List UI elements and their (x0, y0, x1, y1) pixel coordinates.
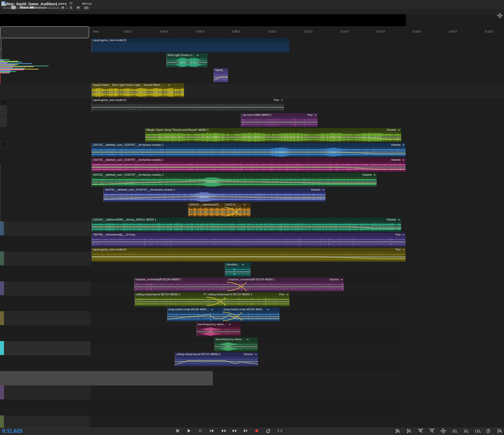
clip-low-frequency-whoo-[interactable]: low-frequency-whoo... (214, 337, 258, 351)
zoom-out-horizontal-icon[interactable] (429, 428, 435, 434)
clip-164742-deleted-user-2104797-int-factory-[interactable]: 164742__deleted_user_2104797__int-factor… (92, 158, 406, 172)
clip-164742-deleted-user-2104797-int-factory-[interactable]: 164742__deleted_user_2104797__int-factor… (103, 188, 326, 202)
clip-620131-[interactable]: 620131__... (225, 203, 250, 217)
fx-button[interactable]: fx (0, 106, 7, 113)
record-icon[interactable] (254, 429, 259, 433)
clip-rolling-metal-barrel-96710-48000-1[interactable]: rolling-metal-barrel-96710 48000 1P (135, 293, 207, 306)
rewind-icon[interactable] (220, 429, 226, 433)
zoom-in-vertical-icon[interactable] (395, 428, 401, 434)
chevron-down-icon[interactable] (402, 249, 405, 251)
clip-squid-game-test-render11[interactable]: squid-game_test-render11Pan (92, 98, 284, 112)
clip-long-metal-creak-86230-4800-[interactable]: long-metal-creak-86230 4800... (223, 307, 280, 321)
clip-low-frequency-whoo-[interactable]: low-frequency-whoo... (197, 322, 240, 336)
track-header-track-1[interactable]: Track 1MSRI (0, 251, 91, 266)
chevron-down-icon[interactable] (196, 55, 199, 56)
route-tool-button[interactable] (0, 113, 7, 120)
clip-automation-label[interactable]: P (204, 293, 206, 296)
play-icon[interactable] (187, 429, 191, 433)
clip-long-metal-creak-86230-4800-[interactable]: long-metal-creak-86230 4800... (167, 307, 223, 321)
skip-selection-icon[interactable] (277, 429, 283, 433)
time-display[interactable]: 0:11.625 (2, 428, 23, 434)
chevron-down-icon[interactable] (373, 174, 376, 176)
time-stretch-button[interactable] (0, 134, 7, 141)
fast-forward-icon[interactable] (232, 429, 238, 433)
clip-785789-victorbernalg-12-loop[interactable]: 785789__victorbernalg__12-loopPan (92, 233, 406, 247)
clip-automation-label[interactable]: Pan (307, 113, 317, 116)
clip-automation-label[interactable]: Pan (279, 293, 289, 296)
viewport-right-handle[interactable] (0, 49, 2, 59)
meters-button[interactable] (0, 120, 7, 127)
track-lane-track-5[interactable] (0, 400, 405, 415)
chevron-down-icon[interactable] (246, 339, 249, 340)
clip-automation-label[interactable]: Pan (396, 233, 405, 236)
zoom-in-horizontal-icon[interactable] (418, 428, 424, 434)
chevron-down-icon[interactable] (243, 204, 246, 206)
zoom-in-left-edge-icon[interactable]: { (452, 428, 458, 434)
zoom-out-full-icon[interactable] (440, 428, 446, 434)
clip-automation-label[interactable]: Volume (311, 188, 325, 191)
track-mute-button[interactable]: M (75, 4, 81, 11)
clip-automation-label[interactable]: Volume (391, 143, 405, 146)
clip-automation-label[interactable]: Volume (386, 218, 400, 221)
track-mute-button[interactable]: M (60, 4, 66, 11)
chevron-down-icon[interactable] (402, 234, 405, 236)
chevron-down-icon[interactable] (266, 309, 269, 310)
marker-pin-button[interactable] (0, 148, 7, 155)
clip-squid-game-red-light-green-light-sound-e[interactable]: Squid Game _ Red Light Green Light _ Sou… (92, 83, 184, 97)
clip-car-horn-6408-48000-1[interactable]: car-horn-6408 48000 1Pan (241, 113, 318, 127)
chevron-down-icon[interactable] (255, 354, 257, 355)
clip-165204-nikiforov5000-sirena-240511-48000[interactable]: 165204__nikiforov5000__sirena_240511 480… (92, 218, 401, 232)
clip-squid-game-test-render11[interactable]: squid-game_test-render11 (92, 38, 289, 52)
zoom-in-right-edge-icon[interactable]: } (463, 428, 469, 434)
clip-squid-[interactable]: Squid_.. (214, 68, 228, 82)
chevron-down-icon[interactable] (281, 99, 283, 101)
clip-reaction-momentaiff-92104-48000-1[interactable]: reaction_momentaiff-92104 48000 1Volume (227, 278, 344, 291)
chevron-down-icon[interactable] (168, 84, 170, 86)
track-header-track-3[interactable]: Track 3MSRI (0, 311, 91, 326)
clip-squid-game-test-render11[interactable]: squid-game_test-render11Pan (92, 248, 406, 262)
clip-mingle-game-song-round-and-round-48000-1[interactable]: Mingle Game Song "Round and Round" 48000… (145, 128, 401, 142)
clip-automation-label[interactable]: Volume (391, 158, 405, 161)
chevron-down-icon[interactable] (286, 294, 289, 295)
clip-620131-robinhood76-[interactable]: 620131__robinhood76_ (188, 203, 225, 217)
clip-automation-label[interactable]: Volume (243, 353, 257, 356)
track-header-track-4[interactable]: Track 4MSRI (0, 341, 91, 356)
clip-rolling-metal-barrel-96710-48000-2[interactable]: rolling-metal-barrel-96710 48000 2Volume (175, 352, 258, 366)
chevron-down-icon[interactable] (242, 264, 244, 266)
clip-164742-deleted-user-2104797-int-factory-[interactable]: 164742__deleted_user_2104797__int-factor… (92, 143, 406, 157)
snap-magnet-button[interactable] (0, 141, 7, 148)
chevron-down-icon[interactable] (398, 129, 400, 131)
track-solo-button[interactable]: S (68, 4, 74, 11)
track-header-track-5[interactable]: Track 5MSRI (0, 385, 91, 400)
loop-playback-icon[interactable] (266, 429, 271, 433)
clip-reaction-momentaiff-92104-48000-1[interactable]: reaction_momentaiff-92104 48000 1 (134, 278, 227, 291)
clip-automation-label[interactable]: Volume (386, 128, 400, 131)
clip-164742-deleted-user-2104797-int-factory-[interactable]: 164742__deleted_user_2104797__int-factor… (92, 173, 377, 187)
overview-viewport-box[interactable] (0, 26, 89, 38)
clip-shocked-[interactable]: shocked... (225, 263, 251, 277)
chevron-down-icon[interactable] (322, 189, 325, 191)
clip-automation-label[interactable]: Volume (362, 173, 376, 176)
viewport-left-handle[interactable] (0, 38, 2, 49)
chevron-down-icon[interactable] (314, 114, 317, 116)
stopwatch-icon[interactable] (486, 428, 491, 434)
chevron-down-icon[interactable] (402, 144, 405, 146)
chevron-down-icon[interactable] (398, 219, 400, 221)
chevron-down-icon[interactable] (211, 309, 213, 310)
chevron-down-icon[interactable] (340, 279, 343, 280)
clip-red-light-green-li-[interactable]: Red Light Green Li... (166, 53, 207, 67)
chevron-down-icon[interactable] (402, 159, 405, 161)
move-tool-button[interactable] (0, 99, 7, 106)
stop-icon[interactable] (175, 429, 180, 433)
zoom-at-playhead-icon[interactable] (497, 428, 502, 434)
metronome-button[interactable] (0, 127, 7, 134)
track-solo-button[interactable]: (S) (82, 4, 90, 11)
track-header-track-2[interactable]: Track 2MSRI (0, 281, 91, 296)
zoom-out-vertical-icon[interactable] (407, 428, 412, 434)
zoom-to-selection-icon[interactable]: {} (474, 428, 481, 434)
clip-automation-label[interactable]: Pan (396, 248, 405, 251)
zoom-out-full-icon[interactable] (497, 13, 503, 19)
skip-to-previous-icon[interactable] (209, 429, 214, 433)
chevron-down-icon[interactable] (228, 324, 231, 325)
clip-automation-label[interactable]: Volume (329, 278, 343, 281)
